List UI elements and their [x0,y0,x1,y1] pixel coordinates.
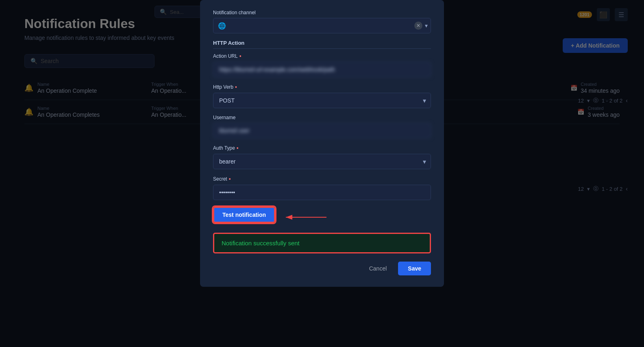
channel-select-wrapper: 🌐 ✕ ▾ [213,18,431,33]
required-dot-url: • [239,53,242,59]
notification-channel-input[interactable] [213,18,431,33]
save-button[interactable]: Save [398,262,431,275]
required-dot-verb: • [235,84,237,90]
notification-channel-label: Notification channel [213,10,431,15]
channel-actions: ✕ ▾ [414,22,428,30]
notification-channel-group: Notification channel 🌐 ✕ ▾ [213,10,431,33]
username-label: Username [213,115,431,120]
required-dot-secret: • [229,176,231,182]
secret-input[interactable] [213,185,431,200]
channel-dropdown-arrow[interactable]: ▾ [425,22,428,29]
action-url-input[interactable] [213,62,431,77]
http-verb-group: Http Verb • POST GET PUT DELETE PATCH [213,84,431,108]
test-notification-button[interactable]: Test notification [213,207,275,223]
auth-type-select[interactable]: bearer basic none [213,154,431,169]
http-verb-label: Http Verb • [213,84,431,90]
secret-label: Secret • [213,176,431,182]
http-verb-select-wrapper: POST GET PUT DELETE PATCH [213,93,431,108]
action-url-group: Action URL • [213,53,431,77]
username-group: Username [213,115,431,138]
username-input[interactable] [213,123,431,138]
http-action-section-title: HTTP Action [213,40,431,49]
arrow-annotation [282,212,331,223]
success-message-text: Notification successfully sent [222,240,300,247]
required-dot-auth: • [237,145,239,151]
auth-type-select-wrapper: bearer basic none [213,154,431,169]
modal-dialog: Notification channel 🌐 ✕ ▾ HTTP Action A… [200,0,444,287]
test-notification-row: Test notification [213,207,431,228]
action-url-label: Action URL • [213,53,431,59]
cancel-button[interactable]: Cancel [363,262,394,275]
secret-group: Secret • [213,176,431,200]
auth-type-label: Auth Type • [213,145,431,151]
success-message-box: Notification successfully sent [213,233,431,253]
http-verb-select[interactable]: POST GET PUT DELETE PATCH [213,93,431,108]
globe-icon: 🌐 [218,22,226,30]
clear-channel-button[interactable]: ✕ [414,22,422,30]
auth-type-group: Auth Type • bearer basic none [213,145,431,169]
modal-footer: Cancel Save [213,262,431,275]
modal-overlay: Notification channel 🌐 ✕ ▾ HTTP Action A… [0,0,644,347]
